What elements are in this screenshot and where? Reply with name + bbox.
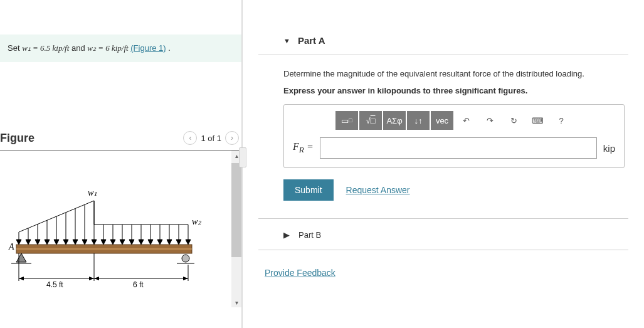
figure-title: Figure (0, 132, 34, 145)
figure-next-button[interactable]: › (225, 131, 239, 145)
part-b-title: Part B (298, 230, 321, 240)
svg-marker-23 (26, 240, 31, 245)
figure-prev-button[interactable]: ‹ (183, 131, 197, 145)
svg-marker-29 (82, 240, 87, 245)
prompt-w2: w₂ = 6 kip/ft (87, 43, 128, 53)
request-answer-link[interactable]: Request Answer (346, 185, 410, 195)
prompt-w1: w₁ = 6.5 kip/ft (22, 43, 69, 53)
prompt-suffix: . (168, 43, 171, 53)
sqrt-button[interactable]: √□ (359, 111, 382, 130)
svg-marker-54 (94, 277, 99, 280)
svg-marker-31 (101, 240, 106, 245)
svg-marker-52 (19, 277, 24, 280)
svg-marker-55 (183, 277, 188, 280)
figure-page-count: 1 of 1 (201, 134, 221, 143)
svg-marker-33 (120, 240, 125, 245)
scroll-thumb[interactable] (231, 163, 241, 257)
vector-button[interactable]: vec (431, 111, 453, 130)
label-w1: w₁ (88, 188, 97, 198)
svg-marker-32 (110, 240, 115, 245)
prompt-mid: and (71, 43, 87, 53)
templates-button[interactable]: ▭□ (335, 111, 358, 130)
subscript-button[interactable]: ↓↑ (407, 111, 430, 130)
svg-marker-24 (35, 240, 40, 245)
caret-down-icon: ▼ (283, 37, 290, 45)
problem-statement: Set w₁ = 6.5 kip/ft and w₂ = 6 kip/ft (F… (0, 34, 241, 62)
svg-marker-28 (73, 240, 78, 245)
dim-1: 4.5 ft (46, 280, 63, 289)
variable-label: FR = (293, 141, 314, 155)
submit-button[interactable]: Submit (283, 179, 334, 201)
part-a-header[interactable]: ▼ Part A (258, 25, 628, 55)
unit-label: kip (603, 143, 615, 154)
greek-button[interactable]: ΑΣφ (383, 111, 406, 130)
figure-scrollbar[interactable]: ▴ ▾ (231, 151, 241, 307)
svg-marker-30 (92, 240, 97, 245)
svg-marker-22 (16, 240, 21, 245)
help-button[interactable]: ? (550, 111, 573, 130)
svg-marker-34 (129, 240, 134, 245)
svg-marker-37 (157, 240, 162, 245)
prompt-prefix: Set (8, 43, 22, 53)
caret-right-icon: ▶ (283, 230, 290, 240)
dim-2: 6 ft (133, 280, 144, 289)
redo-button[interactable]: ↷ (478, 111, 501, 130)
reset-button[interactable]: ↻ (502, 111, 525, 130)
figure-pager: ‹ 1 of 1 › (183, 131, 239, 145)
svg-point-45 (182, 255, 189, 262)
svg-marker-25 (45, 240, 50, 245)
label-A: A (8, 242, 14, 251)
part-a-title: Part A (298, 35, 325, 46)
svg-marker-38 (167, 240, 172, 245)
answer-input[interactable] (320, 137, 597, 159)
keyboard-button[interactable]: ⌨ (526, 111, 549, 130)
scroll-down-icon[interactable]: ▾ (231, 297, 241, 307)
part-a-instruction: Express your answer in kilopounds to thr… (283, 86, 625, 95)
figure-link[interactable]: (Figure 1) (130, 43, 166, 53)
pane-divider[interactable] (241, 0, 243, 328)
answer-box: ▭□ √□ ΑΣφ ↓↑ vec ↶ ↷ ↻ ⌨ ? FR = kip (283, 104, 625, 168)
svg-marker-27 (63, 240, 68, 245)
provide-feedback-link[interactable]: Provide Feedback (265, 268, 335, 278)
svg-marker-43 (16, 253, 26, 262)
svg-marker-36 (148, 240, 153, 245)
undo-button[interactable]: ↶ (455, 111, 477, 130)
svg-marker-39 (176, 240, 181, 245)
svg-marker-35 (139, 240, 144, 245)
equation-toolbar: ▭□ √□ ΑΣφ ↓↑ vec ↶ ↷ ↻ ⌨ ? (293, 111, 615, 130)
svg-marker-40 (186, 240, 191, 245)
label-w2: w₂ (192, 217, 201, 226)
part-a-question: Determine the magnitude of the equivalen… (283, 69, 625, 78)
figure-canvas: w₁ w₂ A 4.5 ft 6 ft ▴ (0, 151, 241, 307)
svg-marker-26 (54, 240, 59, 245)
svg-marker-53 (89, 277, 94, 280)
part-b-header[interactable]: ▶ Part B (258, 218, 628, 250)
